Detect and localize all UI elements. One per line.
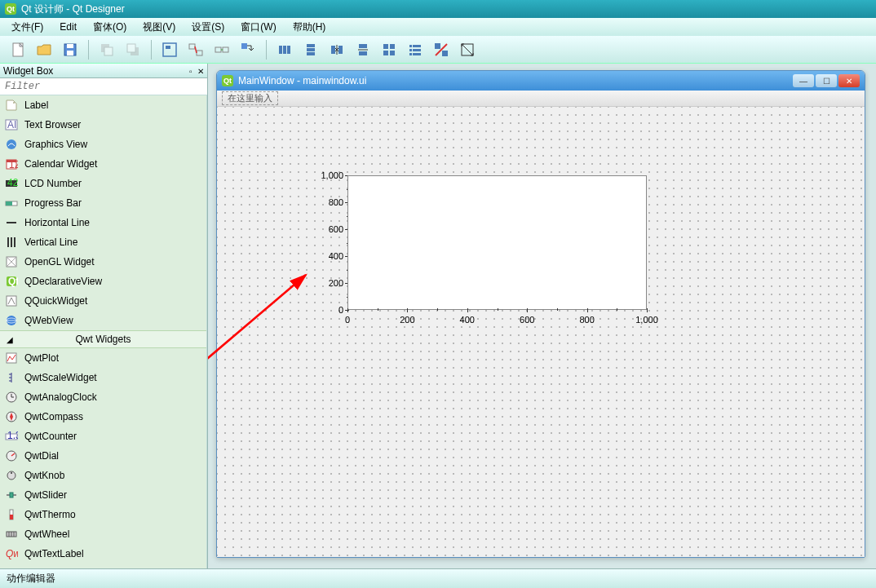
layout-vert-button[interactable] xyxy=(299,38,322,61)
form-window[interactable]: Qt MainWindow - mainwindow.ui — ☐ ✕ 在这里输… xyxy=(216,70,865,558)
widget-item-label: Horizontal Line xyxy=(24,217,90,228)
graphicsview-icon xyxy=(3,136,20,153)
widget-item-opengl-widget[interactable]: OpenGL Widget xyxy=(0,252,206,272)
menu-file[interactable]: 文件(F) xyxy=(3,19,51,36)
qwtcounter-icon: 1.3 xyxy=(3,428,20,444)
bring-front-button[interactable] xyxy=(122,38,144,61)
y-tick-label: 200 xyxy=(307,278,343,288)
form-canvas[interactable]: 02004006008001,000 02004006008001,000 xyxy=(217,107,865,557)
widget-item-lcd-number[interactable]: 42LCD Number xyxy=(0,174,206,193)
layout-horiz-button[interactable] xyxy=(273,38,296,61)
action-editor-header[interactable]: 动作编辑器 xyxy=(0,568,876,588)
adjust-size-button[interactable] xyxy=(456,38,479,61)
x-tick-label: 200 xyxy=(400,315,414,325)
menu-view[interactable]: 视图(V) xyxy=(135,19,184,36)
qwtdial-icon xyxy=(3,448,20,464)
category-qwt-widgets[interactable]: ◢Qwt Widgets xyxy=(0,330,206,348)
svg-rect-16 xyxy=(283,46,286,54)
x-tick-label: 0 xyxy=(345,315,350,325)
widget-item-qwttextlabel[interactable]: QwtQwtTextLabel xyxy=(0,544,206,564)
qwtplot-widget[interactable]: 02004006008001,000 02004006008001,000 xyxy=(307,171,651,330)
widget-item-qwtscalewidget[interactable]: QwtScaleWidget xyxy=(0,368,206,387)
opengl-icon xyxy=(3,254,20,270)
widget-box-header: Widget Box ▫ ✕ xyxy=(0,64,207,78)
menu-window[interactable]: 窗口(W) xyxy=(232,19,284,36)
layout-form-button[interactable] xyxy=(404,38,427,61)
svg-rect-22 xyxy=(338,46,343,54)
layout-vert-splitter-button[interactable] xyxy=(352,38,374,61)
widget-item-qwtcounter[interactable]: 1.3QwtCounter xyxy=(0,427,206,446)
svg-rect-32 xyxy=(413,49,421,51)
widget-box-filter[interactable] xyxy=(0,78,207,95)
svg-rect-76 xyxy=(10,493,13,497)
widget-item-qwtknob[interactable]: QwtKnob xyxy=(0,466,206,485)
widget-item-qwtwheel[interactable]: QwtWheel xyxy=(0,524,206,544)
widget-item-label: LCD Number xyxy=(24,178,82,189)
open-button[interactable] xyxy=(33,38,55,61)
collapse-icon: ◢ xyxy=(7,335,13,344)
hline-icon xyxy=(3,214,20,231)
svg-rect-23 xyxy=(359,44,367,48)
widget-item-vertical-line[interactable]: Vertical Line xyxy=(0,232,206,252)
layout-grid-button[interactable] xyxy=(378,38,400,61)
widget-item-qwtdial[interactable]: QwtDial xyxy=(0,446,206,466)
svg-point-41 xyxy=(7,139,16,149)
svg-rect-20 xyxy=(307,52,315,55)
widget-item-calendar-widget[interactable]: 12Calendar Widget xyxy=(0,154,206,174)
svg-rect-15 xyxy=(279,46,282,54)
widget-item-qwtthermo[interactable]: QwtThermo xyxy=(0,505,206,524)
y-axis: 02004006008001,000 xyxy=(307,175,345,310)
app-titlebar: Qt Qt 设计师 - Qt Designer xyxy=(0,0,876,18)
send-back-button[interactable] xyxy=(95,38,118,61)
widget-item-qwebview[interactable]: QWebView xyxy=(0,311,206,330)
menu-help[interactable]: 帮助(H) xyxy=(285,19,334,36)
form-menubar[interactable]: 在这里输入 xyxy=(217,91,865,107)
svg-rect-25 xyxy=(383,44,388,49)
layout-horiz-splitter-button[interactable] xyxy=(325,38,348,61)
dock-close-icon[interactable]: ✕ xyxy=(197,67,204,76)
dock-float-icon[interactable]: ▫ xyxy=(189,67,192,76)
widget-item-label: Label xyxy=(24,99,48,111)
widget-item-label[interactable]: Label xyxy=(0,95,206,115)
widget-item-graphics-view[interactable]: Graphics View xyxy=(0,135,206,154)
widget-item-qwtcompass[interactable]: QwtCompass xyxy=(0,407,206,427)
menu-edit[interactable]: Edit xyxy=(51,20,85,34)
svg-text:Qwt: Qwt xyxy=(6,548,18,559)
menu-form[interactable]: 窗体(O) xyxy=(85,19,135,36)
widget-item-qquickwidget[interactable]: QQuickWidget xyxy=(0,291,206,311)
edit-buddies-button[interactable] xyxy=(210,38,233,61)
svg-rect-31 xyxy=(409,49,412,51)
widget-item-label: QwtCompass xyxy=(24,411,83,422)
widget-item-qwtanalogclock[interactable]: QwtAnalogClock xyxy=(0,387,206,407)
svg-rect-19 xyxy=(307,48,315,51)
new-form-button[interactable] xyxy=(7,38,29,61)
minimize-button[interactable]: — xyxy=(793,74,814,87)
widget-item-progress-bar[interactable]: Progress Bar xyxy=(0,193,206,213)
edit-signals-button[interactable] xyxy=(184,38,207,61)
close-button[interactable]: ✕ xyxy=(838,74,860,87)
widget-box-title: Widget Box xyxy=(3,65,53,77)
maximize-button[interactable]: ☐ xyxy=(816,74,837,87)
widget-item-qdeclarativeview[interactable]: QtQDeclarativeView xyxy=(0,272,206,291)
widget-item-horizontal-line[interactable]: Horizontal Line xyxy=(0,213,206,232)
widget-box-tree[interactable]: LabelAIText BrowserGraphics View12Calend… xyxy=(0,95,207,568)
save-button[interactable] xyxy=(59,38,82,61)
widget-item-qwtslider[interactable]: QwtSlider xyxy=(0,485,206,505)
widget-item-qwtplot[interactable]: QwtPlot xyxy=(0,348,206,368)
x-tick-label: 600 xyxy=(520,315,534,325)
widget-item-text-browser[interactable]: AIText Browser xyxy=(0,115,206,135)
qquick-icon xyxy=(3,293,20,309)
x-tick-label: 400 xyxy=(460,315,475,325)
svg-rect-36 xyxy=(442,51,448,56)
edit-widgets-button[interactable] xyxy=(158,38,181,61)
widget-item-label: Text Browser xyxy=(24,119,81,130)
menu-settings[interactable]: 设置(S) xyxy=(184,19,232,36)
edit-taborder-button[interactable] xyxy=(237,38,259,61)
svg-rect-18 xyxy=(307,44,315,47)
vline-icon xyxy=(3,234,20,250)
break-layout-button[interactable] xyxy=(430,38,453,61)
qwtknob-icon xyxy=(3,467,20,484)
menu-input-hint[interactable]: 在这里输入 xyxy=(222,91,278,105)
form-titlebar[interactable]: Qt MainWindow - mainwindow.ui — ☐ ✕ xyxy=(217,71,865,91)
svg-rect-24 xyxy=(359,51,367,55)
